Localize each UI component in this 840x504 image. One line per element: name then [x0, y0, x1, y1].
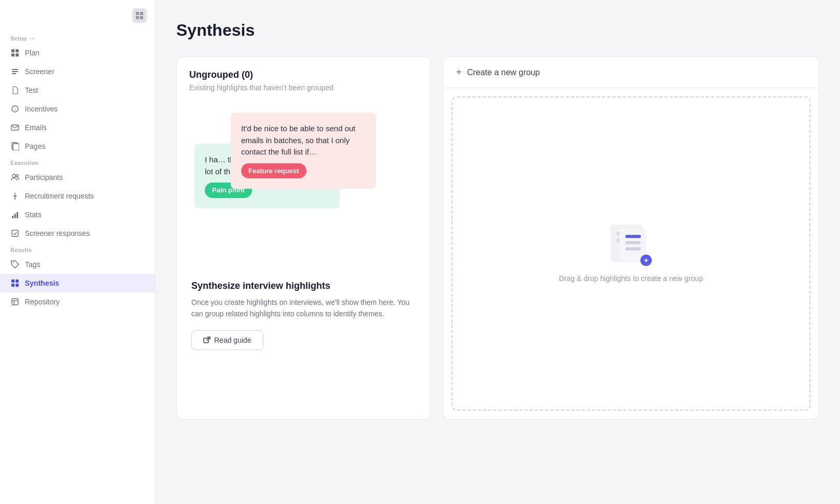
repository-icon [10, 297, 20, 306]
sidebar-item-plan-label: Plan [25, 49, 39, 57]
sidebar-item-plan[interactable]: Plan [0, 44, 155, 62]
read-guide-label: Read guide [214, 336, 251, 344]
drop-area: + Drag & drop highlights to create a new… [452, 96, 810, 411]
logo-icon [132, 8, 147, 23]
svg-rect-3 [140, 16, 143, 19]
sidebar-section-results: Results [0, 243, 155, 255]
svg-rect-7 [16, 53, 19, 57]
sticky-note-pink: It'd be nice to be able to send out emai… [231, 113, 376, 189]
file-icon [10, 86, 20, 95]
svg-point-18 [15, 198, 16, 200]
sidebar-item-synthesis[interactable]: Synthesis [0, 274, 155, 292]
sidebar-item-synthesis-label: Synthesis [25, 279, 59, 287]
sidebar: Setup ··· Plan Screener Test i Incentive… [0, 0, 156, 504]
svg-rect-27 [16, 284, 19, 287]
create-group-label: Create a new group [467, 68, 540, 77]
sidebar-item-incentives[interactable]: i Incentives [0, 100, 155, 118]
participants-icon [10, 173, 20, 182]
feature-request-badge: Feature request [241, 163, 306, 179]
sidebar-item-screener[interactable]: Screener [0, 62, 155, 81]
doc-line-purple [625, 235, 641, 238]
page-title: Synthesis [176, 21, 819, 40]
svg-rect-26 [11, 284, 15, 287]
sidebar-section-execution: Execution [0, 156, 155, 168]
doc-plus-icon: + [640, 255, 652, 266]
sidebar-item-recruitment[interactable]: Recruitment requests [0, 187, 155, 205]
svg-rect-4 [11, 49, 15, 52]
circle-icon: i [10, 104, 20, 114]
sidebar-item-participants-label: Participants [25, 173, 63, 181]
sidebar-item-test[interactable]: Test [0, 81, 155, 100]
ungrouped-subtitle: Existing highlights that haven't been gr… [189, 83, 417, 92]
sidebar-item-stats-label: Stats [25, 211, 41, 219]
svg-point-23 [13, 262, 14, 263]
sidebar-item-pages[interactable]: Pages [0, 137, 155, 156]
svg-rect-21 [17, 212, 18, 218]
synthesize-section: Synthesize interview highlights Once you… [189, 281, 417, 350]
list-icon [10, 67, 20, 76]
svg-rect-10 [12, 73, 16, 74]
create-group-card: + Create a new group + Drag & dr [443, 57, 819, 419]
doc-line-gray-1 [625, 241, 641, 244]
pages-icon [10, 142, 20, 151]
svg-rect-28 [12, 299, 18, 305]
sidebar-item-test-label: Test [25, 86, 38, 94]
svg-rect-0 [136, 12, 139, 15]
svg-rect-9 [12, 71, 18, 72]
synthesize-text: Once you create highlights on interviews… [191, 297, 415, 320]
svg-rect-15 [13, 144, 19, 150]
ungrouped-card: Ungrouped (0) Existing highlights that h… [176, 57, 430, 419]
sidebar-item-participants[interactable]: Participants [0, 168, 155, 187]
sidebar-item-tags[interactable]: Tags [0, 255, 155, 274]
sidebar-item-screener-responses-label: Screener responses [25, 229, 90, 237]
sidebar-section-setup: Setup ··· [0, 31, 155, 44]
svg-rect-2 [136, 16, 139, 19]
svg-rect-5 [16, 49, 19, 52]
svg-rect-25 [16, 279, 19, 283]
svg-rect-20 [15, 214, 16, 218]
svg-rect-1 [140, 12, 143, 15]
ungrouped-title: Ungrouped (0) [189, 69, 417, 80]
sidebar-item-screener-responses[interactable]: Screener responses [0, 224, 155, 243]
email-icon [10, 123, 20, 132]
sticky-pink-text: It'd be nice to be able to send out emai… [241, 124, 356, 156]
page-content-area: Synthesis Ungrouped (0) Existing highlig… [156, 0, 840, 504]
drop-hint-text: Drag & drop highlights to create a new g… [559, 274, 703, 283]
tags-icon [10, 260, 20, 269]
svg-rect-24 [11, 279, 15, 283]
sidebar-logo [0, 8, 155, 31]
recruitment-icon [10, 191, 20, 201]
create-group-header[interactable]: + Create a new group [443, 57, 819, 88]
cards-row: Ungrouped (0) Existing highlights that h… [176, 57, 819, 419]
synthesis-icon [10, 278, 20, 288]
responses-icon [10, 229, 20, 238]
sidebar-item-repository-label: Repository [25, 298, 60, 306]
svg-point-16 [12, 174, 16, 177]
external-link-icon [203, 337, 211, 344]
read-guide-button[interactable]: Read guide [191, 330, 263, 350]
sidebar-item-pages-label: Pages [25, 142, 46, 150]
sidebar-item-tags-label: Tags [25, 260, 40, 269]
svg-rect-13 [11, 125, 19, 130]
main-content: Synthesis Ungrouped (0) Existing highlig… [156, 0, 840, 504]
doc-illustration: + [610, 225, 652, 266]
sidebar-item-emails[interactable]: Emails [0, 118, 155, 137]
sidebar-item-screener-label: Screener [25, 67, 54, 76]
sidebar-item-incentives-label: Incentives [25, 105, 58, 113]
plus-icon: + [456, 66, 462, 78]
svg-text:i: i [15, 107, 16, 112]
svg-rect-19 [12, 216, 13, 218]
sidebar-item-recruitment-label: Recruitment requests [25, 192, 94, 200]
doc-line-gray-2 [625, 247, 641, 250]
sidebar-item-stats[interactable]: Stats [0, 205, 155, 224]
stats-icon [10, 210, 20, 219]
synthesize-title: Synthesize interview highlights [191, 281, 415, 291]
svg-rect-6 [11, 53, 15, 57]
sidebar-item-emails-label: Emails [25, 123, 47, 132]
svg-rect-22 [12, 230, 18, 236]
sticky-notes-area: I ha… the… kno… the answers to a lot of … [189, 102, 417, 268]
sidebar-item-repository[interactable]: Repository [0, 292, 155, 311]
svg-rect-8 [12, 69, 18, 70]
grid-icon [10, 48, 20, 58]
svg-point-17 [16, 175, 18, 177]
